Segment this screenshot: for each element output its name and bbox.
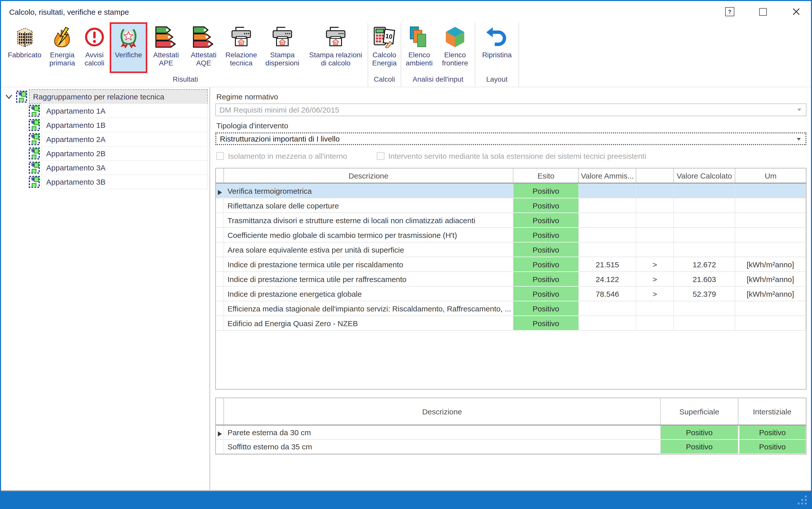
column-header-descrizione[interactable]: Descrizione — [224, 398, 661, 425]
checkbox-intervento-servito[interactable]: Intervento servito mediante la sola este… — [377, 151, 646, 160]
undo-icon — [485, 26, 508, 48]
toolbar-button-avvisi-calcoli[interactable]: Avvisicalcoli — [79, 22, 110, 73]
maximize-button[interactable] — [759, 8, 767, 15]
tipologia-intervento-combobox[interactable]: Ristrutturazioni importanti di I livello — [215, 132, 806, 145]
row-indicator-cell — [216, 316, 224, 331]
chevron-down-icon[interactable] — [5, 94, 13, 99]
toolbar-button-relazione-tecnica[interactable]: Relazionetecnica — [222, 22, 260, 73]
column-header-row-indicator[interactable] — [636, 168, 674, 182]
row-indicator-cell — [216, 228, 224, 242]
toolbar-button-fabbricato[interactable]: Fabbricato — [4, 22, 45, 73]
column-header-superficiale[interactable]: Superficiale — [661, 398, 738, 425]
cell-operatore — [636, 301, 674, 316]
cell-descrizione: Coefficiente medio globale di scambio te… — [224, 228, 513, 242]
toolbar-group-layout: RipristinaLayout — [475, 22, 519, 87]
cell-um — [735, 228, 806, 242]
toolbar-button-elenco-frontiere[interactable]: Elencofrontiere — [436, 22, 474, 73]
toolbar-button-stampa-dispersioni[interactable]: Stampadispersioni — [260, 22, 305, 73]
verifiche-row-efficienza-media-stagionale-dell-impiant[interactable]: Efficienza media stagionale dell'impiant… — [216, 301, 806, 316]
tree-root-label[interactable]: Raggruppamento per relazione tecnica — [29, 89, 208, 104]
tree-item-appartamento-1a[interactable]: Appartamento 1A — [41, 103, 208, 118]
verifiche-row-riflettanza-solare-delle-coperture[interactable]: Riflettanza solare delle coperturePositi… — [216, 198, 806, 213]
tree-items: Appartamento 1AAppartamento 1BAppartamen… — [1, 103, 209, 189]
checkbox-icon[interactable] — [216, 152, 224, 160]
cell-valore-calcolato — [674, 316, 735, 331]
column-header-valore-ammis[interactable]: Valore Ammis... — [579, 168, 636, 182]
column-header-esito[interactable]: Esito — [513, 168, 579, 182]
toolbar-group-buttons: ElencoambientiElencofrontiere — [402, 22, 474, 74]
toolbar-button-calcolo-energia[interactable]: 10CalcoloEnergia — [369, 22, 400, 73]
checkbox-icon[interactable] — [377, 152, 384, 160]
tree-item-appartamento-3a[interactable]: Appartamento 3A — [41, 160, 208, 175]
condensa-grid-body: Parete esterna da 30 cmPositivoPositivoS… — [216, 426, 806, 454]
window-calcolo-risultati: Calcolo, risultati, verifiche e stampe ?… — [0, 0, 812, 509]
tree-item-appartamento-2a[interactable]: Appartamento 2A — [41, 132, 208, 146]
verifiche-row-indice-di-prestazione-termica-utile-per-[interactable]: Indice di prestazione termica utile per … — [216, 272, 806, 286]
tipologia-intervento-label: Tipologia d'intervento — [216, 121, 806, 130]
regime-normativo-combobox[interactable]: DM Requisiti minimi del 26/06/2015 — [215, 103, 806, 116]
toolbar-button-label: Energiaprimaria — [49, 51, 75, 67]
cell-esito status-badge: Positivo — [513, 228, 579, 242]
toolbar-button-stampa-relazioni-di-calcolo[interactable]: Stampa relazionidi calcolo — [305, 22, 367, 73]
cell-um — [735, 242, 806, 257]
printer-icon — [324, 26, 347, 48]
verifiche-row-indice-di-prestazione-termica-utile-per-[interactable]: Indice di prestazione termica utile per … — [216, 257, 806, 272]
cell-valore-ammissibile — [579, 301, 636, 316]
column-header-valore-calcolato[interactable]: Valore Calcolato — [674, 168, 735, 182]
cell-valore-calcolato — [674, 228, 735, 242]
toolbar-button-attestati-aqe[interactable]: AttestatiAQE — [185, 22, 222, 73]
toolbar-button-ripristina[interactable]: Ripristina — [476, 22, 518, 73]
column-header-interstiziale[interactable]: Interstiziale — [738, 398, 806, 425]
dropdown-arrow-icon[interactable] — [797, 108, 801, 111]
cell-valore-ammissibile — [579, 213, 636, 228]
toolbar-button-attestati-ape[interactable]: AttestatiAPE — [147, 22, 185, 73]
cell-um — [735, 198, 806, 213]
toolbar-group-buttons: 10CalcoloEnergia — [369, 22, 400, 74]
floor-plan-icon — [16, 90, 27, 103]
column-header-um[interactable]: Um — [735, 168, 806, 182]
toolbar-group-caption-risultati: Risultati — [4, 74, 367, 86]
column-header-descrizione[interactable]: Descrizione — [224, 168, 513, 182]
cell-descrizione: Area solare equivalente estiva per unità… — [224, 242, 513, 257]
resize-grip[interactable] — [797, 495, 808, 505]
toolbar-group-caption-layout: Layout — [476, 74, 518, 86]
cell-valore-ammissibile — [579, 316, 636, 331]
checkbox-isolamento[interactable]: Isolamento in mezzeria o all'interno — [216, 151, 347, 160]
dropdown-arrow-icon[interactable] — [797, 138, 801, 140]
verifiche-row-edificio-ad-energia-quasi-zero-nzeb[interactable]: Edificio ad Energia Quasi Zero - NZEBPos… — [216, 316, 806, 331]
toolbar-button-energia-primaria[interactable]: Energiaprimaria — [45, 22, 79, 73]
cell-operatore — [636, 242, 674, 257]
column-header-row-indicator[interactable] — [216, 168, 224, 182]
cell-valore-ammissibile: 21.515 — [579, 257, 636, 272]
cell-descrizione: Riflettanza solare delle coperture — [224, 198, 513, 213]
window-controls: ? — [725, 1, 801, 22]
cell-esito status-badge: Positivo — [513, 316, 579, 331]
verifiche-row-coefficiente-medio-globale-di-scambio-te[interactable]: Coefficiente medio globale di scambio te… — [216, 228, 806, 242]
cell-descrizione: Soffitto esterno da 35 cm — [224, 440, 661, 454]
tree-item-appartamento-3b[interactable]: Appartamento 3B — [41, 174, 208, 189]
tree-panel: Raggruppamento per relazione tecnica App… — [1, 87, 210, 490]
tree-root-node[interactable]: Raggruppamento per relazione tecnica — [1, 89, 209, 104]
condensa-row-soffitto-esterno-da-35-cm[interactable]: Soffitto esterno da 35 cmPositivoPositiv… — [216, 440, 806, 454]
cell-valore-ammissibile — [579, 183, 636, 198]
cell-operatore — [636, 198, 674, 213]
column-header-row-indicator[interactable] — [216, 398, 224, 425]
verifiche-row-indice-di-prestazione-energetica-globale[interactable]: Indice di prestazione energetica globale… — [216, 286, 806, 301]
verifiche-row-area-solare-equivalente-estiva-per-unit-[interactable]: Area solare equivalente estiva per unità… — [216, 242, 806, 257]
condensa-row-parete-esterna-da-30-cm[interactable]: Parete esterna da 30 cmPositivoPositivo — [216, 426, 806, 440]
energy-tags-icon — [192, 26, 215, 48]
toolbar-button-elenco-ambienti[interactable]: Elencoambienti — [402, 22, 436, 73]
titlebar: Calcolo, risultati, verifiche e stampe ? — [1, 1, 811, 22]
verifiche-row-trasmittanza-divisori-e-strutture-estern[interactable]: Trasmittanza divisori e strutture estern… — [216, 213, 806, 228]
cell-descrizione: Edificio ad Energia Quasi Zero - NZEB — [224, 316, 513, 331]
help-button[interactable]: ? — [725, 7, 734, 16]
tree-item-appartamento-1b[interactable]: Appartamento 1B — [41, 118, 208, 132]
cell-valore-calcolato: 12.672 — [674, 257, 735, 272]
tree-item-appartamento-2b[interactable]: Appartamento 2B — [41, 146, 208, 161]
verifiche-row-verifica-termoigrometrica[interactable]: Verifica termoigrometricaPositivo — [216, 183, 806, 198]
toolbar-button-verifiche[interactable]: Verifiche — [110, 22, 147, 73]
regime-normativo-label: Regime normativo — [216, 92, 806, 101]
help-icon: ? — [728, 9, 731, 15]
cell-descrizione: Indice di prestazione energetica globale — [224, 286, 513, 301]
close-button[interactable] — [792, 7, 801, 16]
